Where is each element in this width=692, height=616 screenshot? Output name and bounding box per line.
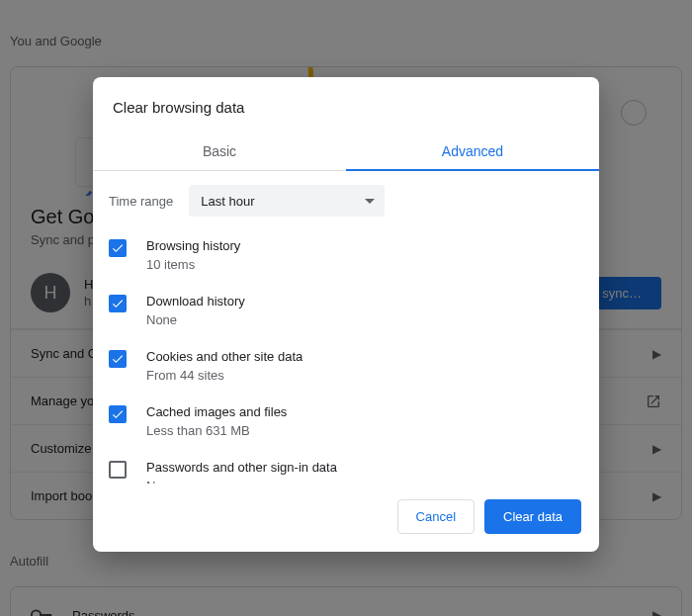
tab-basic[interactable]: Basic xyxy=(93,132,346,170)
time-range-select[interactable]: Last hour xyxy=(189,185,385,217)
time-range-value: Last hour xyxy=(201,194,254,209)
clear-data-button[interactable]: Clear data xyxy=(484,499,581,534)
option-title: Cookies and other site data xyxy=(146,349,303,364)
option-cached[interactable]: Cached images and files Less than 631 MB xyxy=(109,395,591,450)
dialog-body[interactable]: Time range Last hour Browsing history 10… xyxy=(93,171,599,484)
option-sub: None xyxy=(146,479,337,484)
option-title: Browsing history xyxy=(146,238,240,253)
time-range-label: Time range xyxy=(109,194,173,209)
option-sub: 10 items xyxy=(146,257,240,272)
clear-browsing-data-dialog: Clear browsing data Basic Advanced Time … xyxy=(93,77,599,552)
dialog-footer: Cancel Clear data xyxy=(93,484,599,552)
option-browsing-history[interactable]: Browsing history 10 items xyxy=(109,228,591,284)
option-sub: Less than 631 MB xyxy=(146,423,287,438)
checkbox-cookies[interactable] xyxy=(109,350,127,368)
tab-advanced[interactable]: Advanced xyxy=(346,132,599,170)
option-download-history[interactable]: Download history None xyxy=(109,284,591,339)
option-passwords[interactable]: Passwords and other sign-in data None xyxy=(109,450,591,484)
time-range-row: Time range Last hour xyxy=(109,185,591,228)
dialog-tabs: Basic Advanced xyxy=(93,132,599,171)
option-cookies[interactable]: Cookies and other site data From 44 site… xyxy=(109,339,591,395)
checkbox-passwords[interactable] xyxy=(109,461,127,479)
option-title: Cached images and files xyxy=(146,404,287,419)
dropdown-triangle-icon xyxy=(365,199,375,209)
dialog-title: Clear browsing data xyxy=(93,77,599,132)
cancel-button[interactable]: Cancel xyxy=(397,499,475,534)
checkbox-download-history[interactable] xyxy=(109,295,127,312)
checkbox-cached[interactable] xyxy=(109,405,127,423)
checkbox-browsing-history[interactable] xyxy=(109,239,127,257)
settings-page: You and Google Get Goo Sync and p H H h … xyxy=(0,0,692,616)
option-sub: None xyxy=(146,312,245,327)
option-title: Download history xyxy=(146,294,245,308)
option-sub: From 44 sites xyxy=(146,368,303,383)
option-title: Passwords and other sign-in data xyxy=(146,460,337,475)
